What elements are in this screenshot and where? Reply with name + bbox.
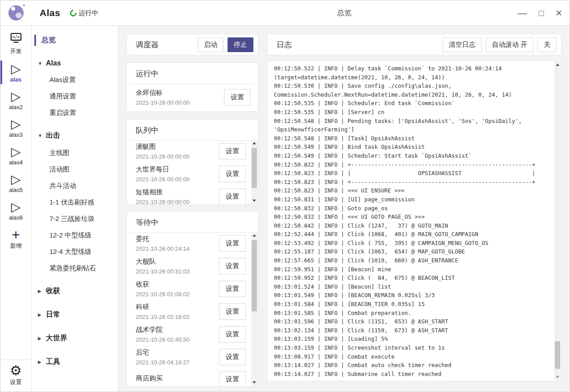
rail-item-alas5[interactable]: ▷ alas5	[0, 170, 31, 196]
minimize-button[interactable]: —	[517, 8, 527, 18]
nav-item[interactable]: 7-2 三战捡垃圾	[32, 211, 118, 227]
log-line: 00:12:50.842 | INFO | Click (1247, 37) @…	[274, 221, 553, 230]
chevron-icon: ▼	[38, 61, 46, 66]
scroll-thumb[interactable]	[252, 240, 257, 311]
task-settings-button[interactable]: 设置	[219, 235, 246, 252]
play-icon: ▷	[11, 173, 21, 186]
nav-item[interactable]: 1-1 伏击刷好感	[32, 194, 118, 211]
task-settings-button[interactable]: 设置	[219, 326, 246, 343]
rail-item-alas[interactable]: ▷ alas	[0, 59, 31, 86]
log-line: 00:12:50.822 | INFO | +-----------------…	[274, 160, 553, 169]
log-scrollbar[interactable]	[554, 61, 561, 380]
running-title: 运行中	[127, 63, 258, 84]
task-settings-button[interactable]: 设置	[219, 371, 246, 386]
nav-item[interactable]: 通用设置	[32, 88, 118, 105]
scheduler-stop-button[interactable]: 停止	[228, 37, 253, 52]
log-line: 00:12:50.549 | INFO | Bind task OpsiAshA…	[274, 143, 553, 151]
maximize-button[interactable]: □	[539, 9, 544, 17]
scroll-up-icon[interactable]	[554, 62, 561, 68]
task-time: 2021-10-26 00:24:14	[136, 245, 219, 252]
scroll-down-icon[interactable]	[554, 374, 561, 380]
rail-item-alas3[interactable]: ▷ alas3	[0, 114, 31, 141]
task-settings-button[interactable]: 设置	[224, 89, 251, 106]
log-output[interactable]: 00:12:50.522 | INFO | Delay task `Commis…	[268, 61, 554, 381]
close-button[interactable]: ✕	[555, 9, 562, 17]
scheduler-status: 运行中	[70, 9, 98, 17]
log-line: 00:13:14.027 | INFO | Submarine call tim…	[274, 370, 553, 379]
instance-rail: </> 开发 ▷ alas ▷ alas2 ▷ alas3 ▷ alas4 ▷	[0, 26, 32, 392]
rail-item-alas4[interactable]: ▷ alas4	[0, 142, 31, 168]
waiting-title: 等待中	[127, 212, 258, 233]
chevron-icon: ▶	[38, 312, 46, 317]
log-line: 00:12:50.823 | INFO | <<< UI ENSURE >>>	[274, 186, 553, 195]
log-line: 00:13:02.134 | INFO | Click (1159, 673) …	[274, 326, 553, 335]
rail-item-dev[interactable]: </> 开发	[0, 29, 31, 58]
main-content: 调度器 启动 停止 运行中 余烬信标 2021-10-26 00:00:00 设…	[118, 26, 570, 392]
nav-item[interactable]: 主线图	[32, 145, 118, 161]
pending-title: 队列中	[127, 119, 258, 140]
rail-item-label: alas6	[9, 214, 23, 221]
scroll-down-icon[interactable]	[251, 197, 257, 204]
task-settings-button[interactable]: 设置	[219, 143, 246, 159]
rail-item-alas2[interactable]: ▷ alas2	[0, 87, 31, 113]
rail-item-label: alas2	[9, 104, 23, 110]
rail-item-label: alas5	[9, 187, 23, 193]
nav-item-label: 7-2 三战捡垃圾	[49, 215, 94, 223]
nav-item[interactable]: ▶ 收获	[32, 282, 118, 300]
task-settings-button[interactable]: 设置	[219, 166, 246, 182]
nav-item[interactable]: Alas设置	[32, 72, 118, 88]
scroll-down-icon[interactable]	[251, 379, 257, 385]
log-line: 00:12:50.832 | INFO | <<< UI GOTO PAGE_O…	[274, 212, 553, 221]
task-time: 2021-10-26 02:45:50	[136, 336, 219, 343]
nav-item[interactable]: 重启设置	[32, 105, 118, 121]
task-settings-button[interactable]: 设置	[219, 188, 246, 204]
app-window: Alas 运行中 总览 — □ ✕ </> 开发 ▷ alas ▷	[0, 0, 570, 392]
nav-item[interactable]: 总览	[32, 31, 118, 49]
svg-text:</>: </>	[12, 34, 20, 39]
rail-item-settings[interactable]: ⚙ 设置	[0, 359, 31, 392]
nav-item-label: Alas设置	[49, 76, 76, 84]
nav-item[interactable]: 共斗活动	[32, 178, 118, 194]
nav-item[interactable]: 活动图	[32, 161, 118, 178]
scroll-thumb[interactable]	[555, 341, 560, 369]
task-row: 短猫相接 2021-10-26 00:00:00 设置	[127, 185, 251, 204]
page-title: 总览	[337, 8, 351, 18]
pending-scrollbar[interactable]	[251, 140, 257, 204]
nav-item-label: 共斗活动	[49, 182, 76, 190]
log-line: 00:13:01.549 | INFO | [BEACON_REMAIN 0.0…	[274, 291, 553, 300]
scheduler-start-button[interactable]: 启动	[198, 37, 224, 52]
nav-item-label: 出击	[46, 131, 60, 140]
task-time: 2021-10-26 00:31:03	[136, 268, 219, 275]
scroll-thumb[interactable]	[252, 148, 257, 188]
alas-logo-icon	[8, 4, 25, 21]
nav-item[interactable]: ▼ Alas	[32, 55, 118, 72]
nav-item[interactable]: 12-2 中型练级	[32, 227, 118, 244]
nav-item[interactable]: 紧急委托刷钻石	[32, 260, 118, 277]
nav-item-label: 活动图	[49, 165, 69, 174]
nav-item[interactable]: ▼ 出击	[32, 127, 118, 145]
code-monitor-icon: </>	[10, 32, 22, 47]
nav-item[interactable]: ▶ 工具	[32, 353, 118, 371]
add-instance-button[interactable]: + 新增	[0, 225, 31, 253]
nav-item[interactable]: 12-4 大型练级	[32, 244, 118, 260]
task-row: 后宅 2021-10-26 04:19:27 设置	[127, 346, 251, 368]
task-name: 潜艇图	[136, 143, 219, 151]
scroll-up-icon[interactable]	[251, 233, 257, 239]
nav-item[interactable]: ▶ 日常	[32, 306, 118, 324]
task-settings-button[interactable]: 设置	[219, 349, 246, 365]
chevron-icon: ▶	[38, 359, 46, 364]
task-settings-button[interactable]: 设置	[219, 303, 246, 320]
task-settings-button[interactable]: 设置	[219, 258, 246, 274]
status-text: 运行中	[78, 9, 98, 17]
waiting-scrollbar[interactable]	[251, 232, 257, 386]
log-line: 00:12:50.535 | INFO | Scheduler: End tas…	[274, 99, 553, 108]
clear-log-button[interactable]: 清空日志	[443, 37, 482, 52]
scroll-up-icon[interactable]	[251, 140, 257, 147]
rail-item-alas6[interactable]: ▷ alas6	[0, 197, 31, 224]
autoscroll-off-button[interactable]: 关	[537, 37, 557, 52]
chevron-icon: ▶	[38, 336, 46, 341]
task-settings-button[interactable]: 设置	[219, 281, 246, 297]
autoscroll-toggle-button[interactable]: 自动滚动 开	[486, 37, 533, 52]
nav-item[interactable]: ▶ 大世界	[32, 329, 118, 347]
log-line: (target=datetime.datetime(2021, 10, 26, …	[274, 73, 553, 82]
